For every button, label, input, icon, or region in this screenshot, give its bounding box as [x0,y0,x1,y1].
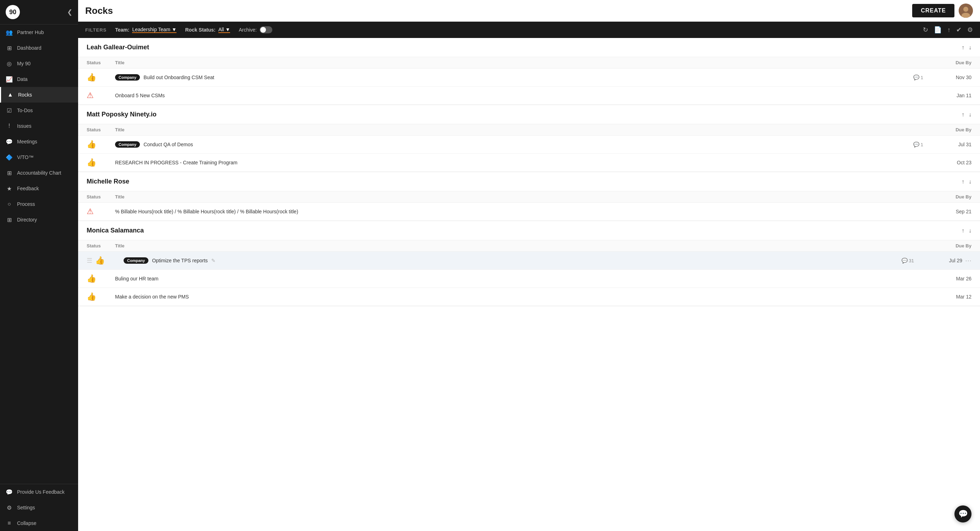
chat-bubble[interactable]: 💬 [955,506,972,523]
more-options-icon[interactable]: ⋯ [965,257,972,264]
table-row[interactable]: 👍 Company Conduct QA of Demos 💬1 Jul 31 [78,135,980,154]
comment-badge[interactable]: 💬31 [902,258,914,263]
page-header: Rocks CREATE [78,0,980,22]
sidebar-item-process[interactable]: ○ Process [0,196,78,212]
sidebar-item-data[interactable]: 📈 Data [0,72,78,87]
sidebar-toggle-icon[interactable]: ❮ [67,8,72,16]
col-status-leah: Status [87,60,115,65]
page-title: Rocks [85,5,113,16]
drag-handle-icon[interactable]: ☰ [87,257,92,264]
col-status-monica: Status [87,243,115,248]
rock-title-text: Buling our HR team [115,276,158,281]
team-filter-select[interactable]: Leadership Team ▼ [132,27,177,33]
section-name-michelle: Michelle Rose [87,178,129,185]
sidebar-item-feedback[interactable]: ★ Feedback [0,181,78,196]
section-name-monica: Monica Salamanca [87,227,144,234]
comment-badge[interactable]: 💬1 [913,75,923,80]
title-cell: Company Optimize the TPS reports ✎ [124,258,902,264]
arrow-down-leah[interactable]: ↓ [969,45,972,51]
arrow-up-michelle[interactable]: ↑ [961,178,964,185]
meetings-icon: 💬 [6,138,13,145]
archive-label: Archive: [239,27,257,33]
thumbs-up-icon: 👍 [95,256,105,265]
table-row[interactable]: 👍 Make a decision on the new PMS Mar 12 [78,288,980,306]
table-row[interactable]: 👍 Company Build out Onboarding CSM Seat … [78,68,980,87]
table-row[interactable]: 👍 RESEARCH IN PROGRESS - Create Training… [78,154,980,172]
row-right: Oct 23 [929,160,972,165]
my-90-label: My 90 [17,61,30,66]
rock-table-leah: Status Title Due By 👍 Company Build out … [78,57,980,105]
title-cell: RESEARCH IN PROGRESS - Create Training P… [115,160,929,165]
sidebar-item-vto[interactable]: 🔷 V/TO™ [0,149,78,165]
refresh-icon[interactable]: ↻ [923,26,928,34]
feedback-icon: ★ [6,185,13,192]
settings-icon[interactable]: ⚙ [967,26,973,34]
svg-point-1 [963,7,968,12]
section-header-michelle: Michelle Rose ↑ ↓ [78,172,980,191]
rock-title-text: Onboard 5 New CSMs [115,93,165,98]
status-cell: 👍 [87,158,115,167]
rock-table-matt: Status Title Due By 👍 Company Conduct QA… [78,124,980,172]
dashboard-icon: ⊞ [6,45,13,51]
sidebar-logo: 90 ❮ [0,0,78,24]
section-header-matt: Matt Poposky Ninety.io ↑ ↓ [78,105,980,124]
pdf-icon[interactable]: 📄 [934,26,942,34]
status-filter-select[interactable]: All ▼ [218,27,230,33]
col-due-matt: Due By [929,127,972,132]
sidebar-item-issues[interactable]: ! Issues [0,118,78,134]
user-avatar[interactable] [959,3,973,18]
table-row[interactable]: ☰ 👍 Company Optimize the TPS reports ✎ 💬… [78,252,980,270]
sidebar-item-directory[interactable]: ⊞ Directory [0,212,78,227]
company-badge: Company [124,258,148,264]
thumbs-up-icon: 👍 [87,292,96,301]
create-button[interactable]: CREATE [912,4,955,17]
to-dos-icon: ☑ [6,107,13,114]
status-cell: ⚠ [87,207,115,216]
sidebar-item-my-90[interactable]: ◎ My 90 [0,56,78,72]
arrow-down-matt[interactable]: ↓ [969,111,972,118]
edit-icon[interactable]: ✎ [211,258,216,263]
checkmark-icon[interactable]: ✔ [956,26,961,34]
sidebar-item-provide-feedback[interactable]: 💬 Provide Us Feedback [0,484,78,500]
table-header-matt: Status Title Due By [78,124,980,135]
sidebar-bottom: 💬 Provide Us Feedback ⚙ Settings ≡ Colla… [0,484,78,531]
status-filter-label: Rock Status: [185,27,216,33]
sidebar-item-meetings[interactable]: 💬 Meetings [0,134,78,149]
settings-label: Settings [17,505,35,510]
arrow-down-monica[interactable]: ↓ [969,227,972,234]
arrow-down-michelle[interactable]: ↓ [969,178,972,185]
title-cell: % Billable Hours(rock title) / % Billabl… [115,209,929,215]
sidebar-item-rocks[interactable]: ▲ Rocks [0,87,78,103]
table-row[interactable]: 👍 Buling our HR team Mar 26 [78,270,980,288]
section-monica: Monica Salamanca ↑ ↓ Status Title Due By… [78,221,980,306]
issues-icon: ! [6,122,13,130]
status-cell: 👍 [87,292,115,301]
status-cell: 👍 [95,256,124,265]
provide-feedback-icon: 💬 [6,488,13,496]
arrow-up-monica[interactable]: ↑ [961,227,964,234]
comment-badge[interactable]: 💬1 [913,141,923,147]
arrow-up-matt[interactable]: ↑ [961,111,964,118]
row-right: Mar 26 [929,276,972,281]
sidebar-item-partner-hub[interactable]: 👥 Partner Hub [0,24,78,40]
settings-icon: ⚙ [6,504,13,511]
arrow-up-leah[interactable]: ↑ [961,45,964,51]
data-icon: 📈 [6,76,13,83]
comment-icon: 💬 [913,75,919,80]
due-date: Sep 21 [929,209,972,215]
table-row[interactable]: ⚠ Onboard 5 New CSMs Jan 11 [78,87,980,105]
section-arrows-michelle: ↑ ↓ [961,178,972,185]
table-row[interactable]: ⚠ % Billable Hours(rock title) / % Billa… [78,203,980,221]
status-cell: 👍 [87,140,115,149]
upload-icon[interactable]: ↑ [947,26,951,34]
rocks-label: Rocks [18,92,32,98]
sidebar-item-collapse[interactable]: ≡ Collapse [0,515,78,531]
sidebar-item-settings[interactable]: ⚙ Settings [0,500,78,515]
sidebar-item-accountability-chart[interactable]: ⊞ Accountability Chart [0,165,78,181]
sidebar-item-to-dos[interactable]: ☑ To-Dos [0,103,78,118]
process-icon: ○ [6,200,13,208]
comment-count: 31 [909,258,914,263]
logo: 90 [6,5,20,19]
sidebar-item-dashboard[interactable]: ⊞ Dashboard [0,40,78,56]
archive-toggle[interactable] [259,26,272,33]
